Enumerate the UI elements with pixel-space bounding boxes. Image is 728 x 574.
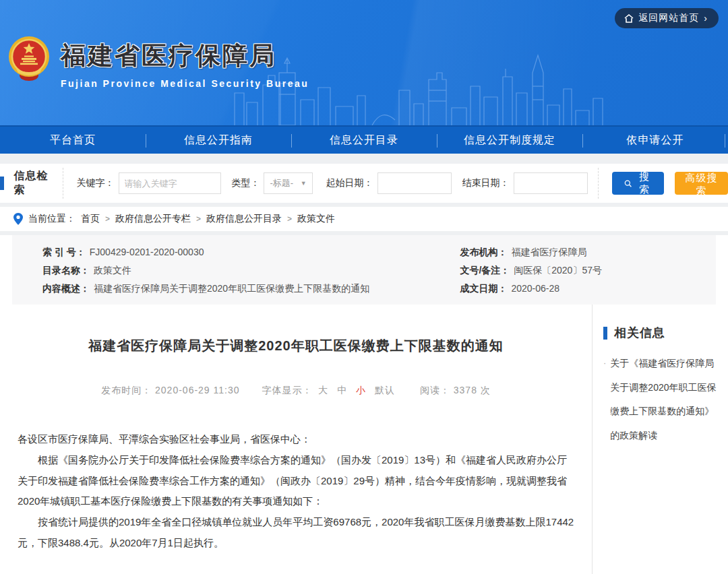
meta-index-number: 索 引 号：FJ00429-0201-2020-00030 xyxy=(42,243,460,261)
search-panel: 信息检索 关键字： 类型： -标题- ▼ 起始日期： 结束日期： 搜索 高级搜索 xyxy=(0,164,728,203)
breadcrumb-policy-files[interactable]: 政策文件 xyxy=(297,213,335,225)
search-section-title: 信息检索 xyxy=(13,169,50,197)
chevron-right-icon: › xyxy=(704,13,708,24)
meta-catalog-name: 目录名称：政策文件 xyxy=(42,261,460,280)
return-home-button[interactable]: 返回网站首页 › xyxy=(615,8,719,28)
related-info-sidebar: 相关信息 · 关于《福建省医疗保障局关于调整2020年职工医保缴费上下限基数的通… xyxy=(592,305,728,574)
advanced-search-button[interactable]: 高级搜索 xyxy=(675,172,728,195)
related-info-title: 相关信息 xyxy=(614,325,665,341)
read-count-value: 3378 xyxy=(454,385,477,395)
type-label: 类型： xyxy=(231,177,260,189)
read-count-unit: 次 xyxy=(481,385,491,395)
font-size-medium[interactable]: 中 xyxy=(337,385,347,395)
nav-item-disclosure-catalog[interactable]: 信息公开目录 xyxy=(291,127,437,154)
nav-item-disclosure-rules[interactable]: 信息公开制度规定 xyxy=(437,127,582,154)
end-date-input[interactable] xyxy=(514,172,588,194)
start-date-label: 起始日期： xyxy=(326,177,373,189)
main-panel: 索 引 号：FJ00429-0201-2020-00030 目录名称：政策文件 … xyxy=(0,235,728,574)
search-button[interactable]: 搜索 xyxy=(612,172,664,195)
end-date-label: 结束日期： xyxy=(462,177,510,189)
divider xyxy=(63,168,63,199)
breadcrumb-separator: > xyxy=(105,214,110,224)
paragraph: 各设区市医疗保障局、平潭综合实验区社会事业局，省医保中心： xyxy=(18,429,574,450)
publish-time-label: 发布时间： xyxy=(101,385,152,395)
nav-item-platform-home[interactable]: 平台首页 xyxy=(0,127,146,154)
meta-issuing-agency: 发布机构：福建省医疗保障局 xyxy=(460,243,716,261)
font-size-label: 字体显示： xyxy=(262,385,312,395)
start-date-input[interactable] xyxy=(377,172,452,194)
meta-content-summary: 内容概述：福建省医疗保障局关于调整2020年职工医保缴费上下限基数的通知 xyxy=(42,280,460,298)
font-size-default[interactable]: 默认 xyxy=(375,385,395,395)
home-button-label: 返回网站首页 xyxy=(638,12,699,24)
font-size-large[interactable]: 大 xyxy=(318,385,328,395)
paragraph: 根据《国务院办公厅关于印发降低社会保险费率综合方案的通知》（国办发〔2019〕1… xyxy=(18,450,574,512)
publish-time-value: 2020-06-29 11:30 xyxy=(155,385,240,395)
site-title: 福建省医疗保障局 xyxy=(61,39,309,73)
nav-item-apply-disclosure[interactable]: 依申请公开 xyxy=(582,127,728,154)
keyword-input[interactable] xyxy=(119,172,221,194)
type-select-value: -标题- xyxy=(270,177,293,189)
search-icon xyxy=(624,179,632,189)
font-size-small[interactable]: 小 xyxy=(356,385,366,395)
article-body: 各设区市医疗保障局、平潭综合实验区社会事业局，省医保中心： 根据《国务院办公厅关… xyxy=(18,429,574,554)
meta-issue-date: 成文日期：2020-06-28 xyxy=(460,280,716,298)
keyword-label: 关键字： xyxy=(77,177,115,189)
article-info-line: 发布时间： 2020-06-29 11:30 字体显示： 大 中 小 默认 阅读… xyxy=(18,385,574,397)
article-title: 福建省医疗保障局关于调整2020年职工医保缴费上下限基数的通知 xyxy=(18,337,574,355)
breadcrumb-separator: > xyxy=(196,214,201,224)
divider xyxy=(598,168,599,199)
document-meta-box: 索 引 号：FJ00429-0201-2020-00030 目录名称：政策文件 … xyxy=(12,235,716,305)
chevron-down-icon: ▼ xyxy=(301,180,307,187)
breadcrumb: 当前位置： 首页 > 政府信息公开专栏 > 政府信息公开目录 > 政策文件 xyxy=(0,207,728,231)
paragraph: 按省统计局提供的2019年全省全口径城镇单位就业人员年平均工资69768元，20… xyxy=(18,512,574,554)
type-select[interactable]: -标题- ▼ xyxy=(264,172,312,194)
location-pin-icon xyxy=(13,213,23,225)
section-marker xyxy=(603,327,607,340)
related-info-link[interactable]: · 关于《福建省医疗保障局关于调整2020年职工医保缴费上下限基数的通知》的政策… xyxy=(603,352,720,448)
bullet-icon: · xyxy=(603,352,606,448)
section-marker xyxy=(0,177,4,190)
header-banner: 返回网站首页 › 福建省医疗保障局 Fujian Province Medica… xyxy=(0,0,728,125)
breadcrumb-disclosure-column[interactable]: 政府信息公开专栏 xyxy=(115,213,191,225)
breadcrumb-separator: > xyxy=(287,214,292,224)
breadcrumb-disclosure-catalog[interactable]: 政府信息公开目录 xyxy=(206,213,282,225)
breadcrumb-location-label: 当前位置： xyxy=(28,213,75,225)
related-info-link-text: 关于《福建省医疗保障局关于调整2020年职工医保缴费上下限基数的通知》的政策解读 xyxy=(610,352,720,448)
read-count-label: 阅读： xyxy=(420,385,450,395)
nav-item-disclosure-guide[interactable]: 信息公开指南 xyxy=(146,127,291,154)
search-button-label: 搜索 xyxy=(636,170,652,196)
site-subtitle: Fujian Province Medical Security Bureau xyxy=(61,78,309,89)
main-nav: 平台首页 信息公开指南 信息公开目录 信息公开制度规定 依申请公开 xyxy=(0,125,728,154)
breadcrumb-home[interactable]: 首页 xyxy=(81,213,100,225)
site-logo: 福建省医疗保障局 Fujian Province Medical Securit… xyxy=(7,35,309,89)
home-icon xyxy=(624,14,634,23)
national-emblem xyxy=(7,35,51,84)
article: 福建省医疗保障局关于调整2020年职工医保缴费上下限基数的通知 发布时间： 20… xyxy=(0,305,592,574)
meta-document-number: 文号/备注：闽医保〔2020〕57号 xyxy=(460,261,716,280)
